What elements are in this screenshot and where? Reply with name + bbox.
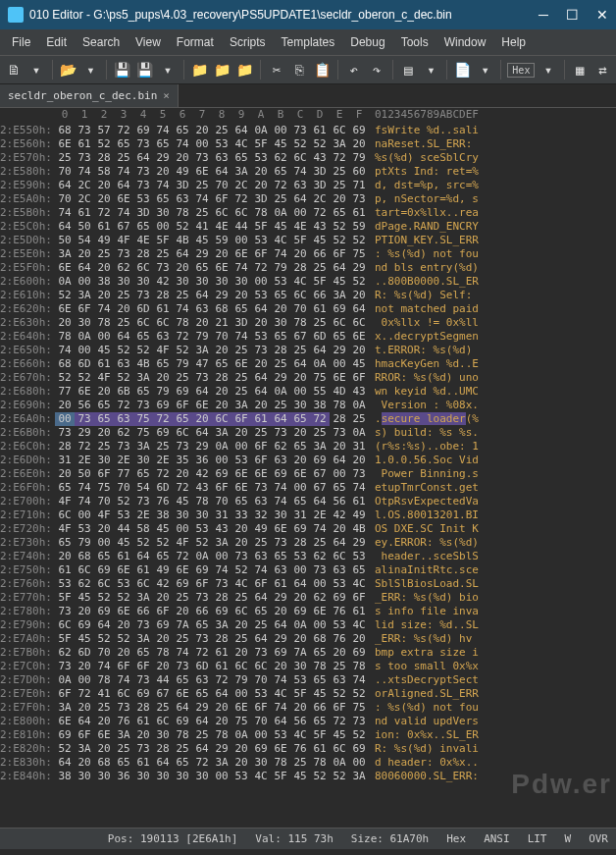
hex-byte[interactable]: 6D — [192, 660, 212, 673]
hex-byte[interactable]: 45 — [349, 357, 369, 371]
hex-byte[interactable]: 65 — [310, 646, 330, 660]
hex-byte[interactable]: 74 — [153, 179, 173, 192]
hex-byte[interactable]: 78 — [251, 206, 271, 220]
hex-byte[interactable]: 6C — [133, 577, 153, 591]
hex-byte[interactable]: 73 — [349, 715, 369, 728]
hex-byte[interactable]: 52 — [153, 536, 173, 550]
hex-byte[interactable]: 65 — [173, 756, 192, 770]
hex-byte[interactable]: 62 — [55, 646, 75, 660]
hex-byte[interactable]: 20 — [271, 605, 290, 618]
hex-byte[interactable]: 31 — [290, 508, 310, 522]
hex-byte[interactable]: 69 — [349, 646, 369, 660]
hex-byte[interactable]: 20 — [114, 618, 133, 632]
hex-byte[interactable]: 73 — [192, 371, 212, 385]
hex-byte[interactable]: 74 — [231, 261, 251, 275]
hex-byte[interactable]: 00 — [231, 687, 251, 701]
hex-byte[interactable]: 6F — [114, 660, 133, 673]
hex-byte[interactable]: 65 — [330, 481, 349, 495]
hex-byte[interactable]: 4B — [133, 357, 153, 371]
hex-byte[interactable]: 67 — [153, 687, 173, 701]
hex-byte[interactable]: 74 — [153, 124, 173, 137]
hex-byte[interactable]: 45 — [94, 344, 114, 357]
hex-byte[interactable]: 20 — [153, 371, 173, 385]
hex-byte[interactable]: 25 — [173, 632, 192, 646]
hex-byte[interactable]: 6E — [330, 371, 349, 385]
hex-byte[interactable]: 20 — [94, 426, 114, 440]
hex-byte[interactable]: 25 — [153, 701, 173, 715]
hex-row[interactable]: 2:E6F0h:65747570546D72436F6E737400676574… — [0, 481, 616, 495]
hex-byte[interactable]: 75 — [349, 701, 369, 715]
hex-byte[interactable]: 25 — [173, 289, 192, 302]
hex-byte[interactable]: 6F — [231, 412, 251, 426]
hex-row[interactable]: 2:E790h:6C69642073697A653A2025640A00534C… — [0, 618, 616, 632]
hex-byte[interactable]: 61 — [55, 563, 75, 577]
hex-byte[interactable]: 74 — [271, 481, 290, 495]
hex-byte[interactable]: 42 — [192, 467, 212, 481]
hex-byte[interactable]: 6E — [55, 137, 75, 151]
hex-row[interactable]: 2:E810h:696F6E3A20307825780A00534C5F4552… — [0, 728, 616, 742]
hex-byte[interactable]: 28 — [55, 440, 75, 454]
hex-row[interactable]: 2:E7C0h:7320746F6F20736D616C6C2030782578… — [0, 660, 616, 673]
hex-byte[interactable]: 29 — [349, 261, 369, 275]
hex-byte[interactable]: 4E — [290, 220, 310, 234]
hex-byte[interactable]: 61 — [212, 660, 231, 673]
hex-byte[interactable]: 4F — [173, 536, 192, 550]
hex-byte[interactable]: 25 — [114, 289, 133, 302]
hex-byte[interactable]: 70 — [212, 179, 231, 192]
hex-byte[interactable]: 6C — [114, 687, 133, 701]
hex-byte[interactable]: 65 — [271, 165, 290, 179]
hex-byte[interactable]: 47 — [192, 357, 212, 371]
hex-byte[interactable]: 73 — [133, 673, 153, 687]
hex-byte[interactable]: 00 — [290, 385, 310, 399]
hex-byte[interactable]: 6F — [75, 728, 94, 742]
hex-byte[interactable]: 3A — [55, 701, 75, 715]
hex-byte[interactable]: 74 — [212, 563, 231, 577]
hex-byte[interactable]: 6E — [231, 247, 251, 261]
hex-byte[interactable]: 20 — [75, 660, 94, 673]
hex-byte[interactable]: 79 — [231, 673, 251, 687]
hex-byte[interactable]: 4C — [290, 728, 310, 742]
hex-row[interactable]: 2:E670h:52524F523A2025732825642920756E6F… — [0, 371, 616, 385]
hex-byte[interactable]: 25 — [251, 426, 271, 440]
hex-byte[interactable]: 5F — [271, 770, 290, 783]
hex-byte[interactable]: 25 — [94, 440, 114, 454]
folder-icon[interactable]: 📁 — [190, 59, 209, 80]
hex-byte[interactable]: 78 — [271, 756, 290, 770]
hex-byte[interactable]: 6C — [55, 618, 75, 632]
hex-byte[interactable]: 70 — [212, 330, 231, 344]
hex-byte[interactable]: 60 — [349, 165, 369, 179]
hex-byte[interactable]: 73 — [251, 481, 271, 495]
hex-byte[interactable]: 30 — [192, 275, 212, 289]
hex-byte[interactable]: 65 — [192, 687, 212, 701]
hex-byte[interactable]: 73 — [133, 742, 153, 756]
hex-byte[interactable]: 65 — [212, 357, 231, 371]
menu-format[interactable]: Format — [169, 31, 222, 53]
hex-byte[interactable]: 65 — [271, 550, 290, 563]
hex-row[interactable]: 2:E6E0h:20506F7765722042696E6E696E670073… — [0, 467, 616, 481]
maximize-button[interactable]: ☐ — [566, 7, 579, 23]
hex-byte[interactable]: 6F — [251, 577, 271, 591]
hex-byte[interactable]: 61 — [153, 302, 173, 316]
hex-byte[interactable]: 2C — [231, 179, 251, 192]
hex-byte[interactable]: 25 — [330, 660, 349, 673]
hex-byte[interactable]: 25 — [192, 179, 212, 192]
ascii-text[interactable]: ..800B0000.SL_ER — [375, 275, 479, 289]
hex-byte[interactable]: 68 — [212, 302, 231, 316]
hex-byte[interactable]: 20 — [330, 646, 349, 660]
hex-byte[interactable]: 72 — [310, 206, 330, 220]
hex-byte[interactable]: 61 — [251, 412, 271, 426]
hex-editor[interactable]: 0123456789ABCDEF0123456789ABCDEF 2:E550h… — [0, 108, 616, 828]
hex-byte[interactable]: 69 — [94, 605, 114, 618]
hex-byte[interactable]: 53 — [231, 770, 251, 783]
hex-byte[interactable]: 3D — [310, 165, 330, 179]
hex-byte[interactable]: 30 — [290, 660, 310, 673]
hex-row[interactable]: 2:E610h:523A202573282564292053656C663A20… — [0, 289, 616, 302]
hex-byte[interactable]: 25 — [153, 440, 173, 454]
hex-byte[interactable]: 43 — [310, 220, 330, 234]
hex-byte[interactable]: 20 — [349, 632, 369, 646]
hex-byte[interactable]: 74 — [271, 247, 290, 261]
hex-byte[interactable]: 25 — [231, 344, 251, 357]
hex-byte[interactable]: 20 — [290, 247, 310, 261]
hex-row[interactable]: 2:E750h:616C696E61496E697452746300736365… — [0, 563, 616, 577]
hex-byte[interactable]: 45 — [114, 536, 133, 550]
